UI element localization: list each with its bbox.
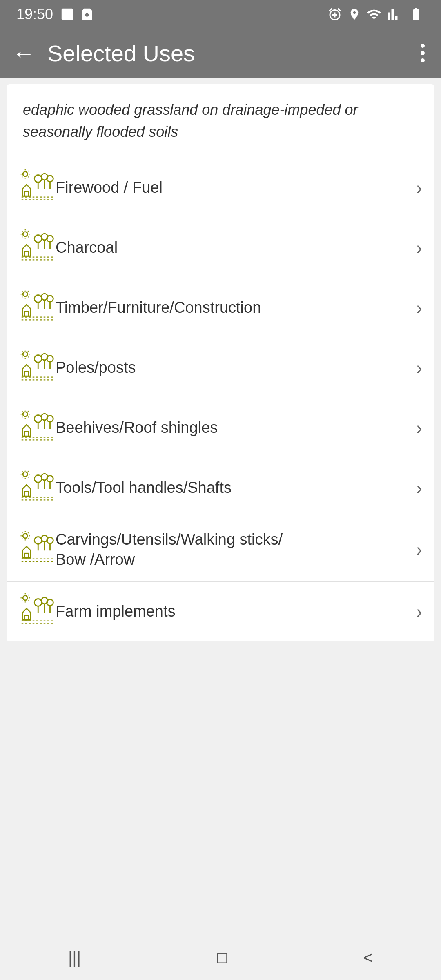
use-icon: [19, 350, 56, 386]
svg-line-64: [28, 351, 29, 352]
status-bar: 19:50: [0, 0, 441, 29]
back-button[interactable]: ←: [12, 40, 35, 67]
svg-point-38: [23, 292, 27, 296]
svg-line-101: [28, 477, 29, 478]
status-icons-left: [60, 7, 94, 22]
svg-point-49: [34, 295, 42, 303]
svg-line-24: [22, 231, 23, 232]
use-icon: [19, 290, 56, 326]
svg-rect-10: [25, 192, 29, 196]
svg-point-95: [23, 472, 27, 477]
svg-rect-67: [25, 372, 29, 376]
main-card: edaphic wooded grassland on drainage-imp…: [7, 84, 434, 641]
location-icon: [348, 7, 361, 22]
chevron-right-icon: ›: [416, 539, 422, 560]
svg-line-43: [22, 291, 23, 292]
list-item[interactable]: Tools/Tool handles/Shafts ›: [7, 458, 434, 518]
svg-line-141: [22, 600, 23, 601]
item-label: Firewood / Fuel: [56, 178, 416, 198]
svg-line-5: [22, 171, 23, 172]
svg-rect-124: [25, 553, 29, 558]
svg-line-62: [22, 351, 23, 352]
nav-home-button[interactable]: □: [193, 940, 252, 975]
list-item[interactable]: Beehives/Roof shingles ›: [7, 398, 434, 458]
use-icon: [19, 229, 56, 266]
svg-marker-123: [22, 547, 31, 558]
list-item[interactable]: Firewood / Fuel ›: [7, 158, 434, 218]
page-title: Selected Uses: [47, 40, 404, 67]
item-label: Tools/Tool handles/Shafts: [56, 478, 416, 498]
svg-point-76: [23, 412, 27, 416]
use-list: Firewood / Fuel ›: [7, 158, 434, 641]
svg-point-11: [34, 175, 42, 183]
wifi-icon: [367, 7, 381, 22]
svg-point-57: [23, 352, 27, 356]
svg-line-139: [28, 600, 29, 601]
list-item[interactable]: Poles/posts ›: [7, 338, 434, 398]
svg-marker-9: [22, 185, 31, 196]
overflow-menu-button[interactable]: [416, 40, 429, 67]
item-label: Farm implements: [56, 601, 416, 621]
svg-point-125: [34, 537, 42, 544]
list-item[interactable]: Charcoal ›: [7, 218, 434, 278]
svg-line-45: [28, 291, 29, 292]
menu-dot-1: [421, 44, 425, 48]
item-label: Carvings/Utensils/Walking sticks/Bow /Ar…: [56, 530, 416, 570]
svg-marker-28: [22, 245, 31, 256]
list-item[interactable]: Carvings/Utensils/Walking sticks/Bow /Ar…: [7, 518, 434, 582]
menu-dot-3: [421, 58, 425, 62]
item-label: Poles/posts: [56, 358, 416, 378]
svg-rect-143: [25, 615, 29, 620]
svg-line-83: [28, 411, 29, 412]
list-item[interactable]: Timber/Furniture/Construction ›: [7, 278, 434, 338]
nav-bar: ||| □ <: [0, 935, 441, 980]
use-icon: [19, 169, 56, 206]
chevron-right-icon: ›: [416, 601, 422, 622]
alarm-icon: [327, 7, 342, 22]
svg-line-44: [28, 297, 29, 298]
svg-marker-85: [22, 425, 31, 436]
svg-line-81: [22, 411, 23, 412]
chevron-right-icon: ›: [416, 418, 422, 438]
svg-rect-29: [25, 252, 29, 256]
time-display: 19:50: [16, 6, 53, 23]
svg-line-7: [28, 171, 29, 172]
svg-line-100: [22, 471, 23, 472]
list-item[interactable]: Farm implements ›: [7, 582, 434, 641]
svg-line-84: [22, 417, 23, 418]
photo-icon: [60, 7, 75, 22]
svg-marker-47: [22, 305, 31, 316]
svg-line-25: [28, 237, 29, 238]
svg-rect-105: [25, 492, 29, 496]
nav-back-button[interactable]: <: [339, 940, 397, 975]
nav-recent-button[interactable]: |||: [44, 940, 105, 975]
use-icon: [19, 531, 56, 568]
svg-line-82: [28, 417, 29, 418]
svg-marker-142: [22, 608, 31, 620]
svg-line-103: [22, 477, 23, 478]
chevron-right-icon: ›: [416, 478, 422, 498]
svg-line-46: [22, 297, 23, 298]
use-icon: [19, 593, 56, 630]
svg-point-87: [34, 415, 42, 423]
svg-line-65: [22, 357, 23, 358]
svg-point-144: [34, 599, 42, 606]
svg-line-140: [28, 595, 29, 595]
description-section: edaphic wooded grassland on drainage-imp…: [7, 84, 434, 158]
status-time-group: 19:50: [16, 6, 94, 23]
item-label: Beehives/Roof shingles: [56, 418, 416, 438]
battery-icon: [408, 7, 425, 22]
svg-point-133: [23, 595, 27, 600]
svg-line-8: [22, 177, 23, 178]
signal-icon: [387, 7, 402, 22]
app-bar: ← Selected Uses: [0, 29, 441, 78]
use-icon: [19, 410, 56, 446]
chevron-right-icon: ›: [416, 298, 422, 318]
svg-point-30: [34, 235, 42, 243]
item-label: Charcoal: [56, 238, 416, 258]
svg-line-63: [28, 357, 29, 358]
svg-line-26: [28, 231, 29, 232]
use-icon: [19, 470, 56, 506]
description-text: edaphic wooded grassland on drainage-imp…: [23, 99, 418, 143]
svg-rect-86: [25, 432, 29, 436]
